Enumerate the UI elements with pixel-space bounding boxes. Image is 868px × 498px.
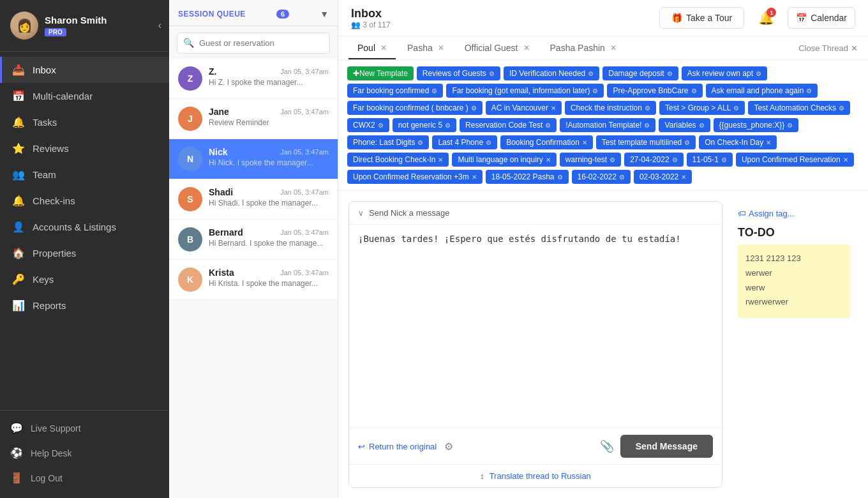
template-reviews-guests[interactable]: Reviews of Guests⚙ xyxy=(417,66,500,80)
queue-header: SESSION QUEUE 6 ▼ xyxy=(169,0,338,26)
sidebar-label-keys: Keys xyxy=(33,274,54,285)
x-icon: ✕ xyxy=(766,139,771,146)
gear-icon: ⚙ xyxy=(592,87,598,94)
template-18-05-2022[interactable]: 18-05-2022 Pasha⚙ xyxy=(486,170,569,184)
template-far-booking-email[interactable]: Far booking (got email, information late… xyxy=(446,84,604,98)
tab-close-pasha-pashin[interactable]: ✕ xyxy=(610,43,617,52)
template-test-group-all[interactable]: Test > Group > ALL⚙ xyxy=(659,101,745,115)
compose-header: ∨ Send Nick a message xyxy=(349,202,722,225)
queue-item-krista[interactable]: K Krista Jan 05, 3:47am Hi Krista. I spo… xyxy=(169,260,338,300)
queue-item-z[interactable]: Z Z. Jan 05, 3:47am Hi Z. I spoke the ma… xyxy=(169,59,338,99)
template-check-instruction[interactable]: Check the instruction⚙ xyxy=(565,101,656,115)
live-support-icon: 💬 xyxy=(10,422,23,434)
queue-item-jane[interactable]: J Jane Jan 05, 3:47am Review Reminder xyxy=(169,99,338,139)
sidebar-item-multi-calendar[interactable]: 📅 Multi-calendar xyxy=(0,83,169,109)
sidebar-item-keys[interactable]: 🔑 Keys xyxy=(0,266,169,292)
compose-textarea[interactable]: ¡Buenas tardes! ¡Espero que estés disfru… xyxy=(349,225,722,428)
template-upon-confirmed-3m[interactable]: Upon Confirmed Reservation +3m✕ xyxy=(347,170,483,184)
translate-bar[interactable]: ↕ Translate thread to Russian xyxy=(349,464,722,487)
close-thread-icon: ✕ xyxy=(851,43,858,53)
x-icon: ✕ xyxy=(843,156,848,163)
sidebar-item-check-ins[interactable]: 🔔 Check-ins xyxy=(0,188,169,214)
template-direct-booking-checkin[interactable]: Direct Booking Check-In✕ xyxy=(347,153,449,167)
qi-preview-nick: Hi Nick. I spoke the manager... xyxy=(209,158,329,167)
sidebar-item-reviews[interactable]: ⭐ Reviews xyxy=(0,135,169,162)
template-test-automation[interactable]: Test Automation Checks⚙ xyxy=(748,101,850,115)
queue-chevron-icon[interactable]: ▼ xyxy=(320,9,329,19)
template-guests-phone[interactable]: {{guests_phone:X}}⚙ xyxy=(714,118,799,132)
sidebar-item-accounts-listings[interactable]: 👤 Accounts & Listings xyxy=(0,214,169,240)
settings-icon[interactable]: ⚙ xyxy=(444,441,453,453)
queue-item-shadi[interactable]: S Shadi Jan 05, 3:47am Hi Shadi. I spoke… xyxy=(169,179,338,220)
template-booking-confirmation[interactable]: Booking Confirmation✕ xyxy=(500,135,593,149)
template-on-check-in-day[interactable]: On Check-In Day✕ xyxy=(699,135,777,149)
queue-list: Z Z. Jan 05, 3:47am Hi Z. I spoke the ma… xyxy=(169,59,338,498)
new-template-tag[interactable]: ✚New Template xyxy=(347,66,414,80)
template-cwx2[interactable]: CWX2⚙ xyxy=(347,118,389,132)
template-not-generic-5[interactable]: not generic 5⚙ xyxy=(393,118,456,132)
sidebar-item-tasks[interactable]: 🔔 Tasks xyxy=(0,109,169,135)
sidebar-item-help-desk[interactable]: ⚽ Help Desk xyxy=(0,441,169,465)
x-icon: ✕ xyxy=(681,174,686,181)
template-far-booking-confirmed[interactable]: Far booking confirmed⚙ xyxy=(347,84,443,98)
gear-icon: ⚙ xyxy=(545,122,551,129)
sidebar-item-properties[interactable]: 🏠 Properties xyxy=(0,240,169,266)
notification-button[interactable]: 🔔 1 xyxy=(754,6,777,29)
gear-icon: ⚙ xyxy=(839,105,844,112)
template-reservation-code[interactable]: Reservation Code Test⚙ xyxy=(460,118,557,132)
calendar-icon: 📅 xyxy=(796,13,807,23)
todo-line-3: werw xyxy=(745,282,842,295)
tab-official-guest[interactable]: Official Guest ✕ xyxy=(456,36,539,59)
tab-poul[interactable]: Poul ✕ xyxy=(348,36,396,59)
take-tour-button[interactable]: 🎁 Take a Tour xyxy=(659,7,744,29)
template-id-verification[interactable]: ID Verification Needed⚙ xyxy=(504,66,599,80)
template-far-booking-bnbcare[interactable]: Far booking confirmed ( bnbcare )⚙ xyxy=(347,101,483,115)
template-ask-review-own-apt[interactable]: Ask review own apt⚙ xyxy=(682,66,767,80)
queue-item-nick[interactable]: N Nick Jan 05, 3:47am Hi Nick. I spoke t… xyxy=(169,139,338,179)
template-upon-confirmed[interactable]: Upon Confirmed Reservation✕ xyxy=(736,153,854,167)
close-thread-button[interactable]: Close Thread ✕ xyxy=(798,43,858,53)
assign-tag-button[interactable]: 🏷 Assign tag... xyxy=(738,209,850,218)
collapse-icon[interactable]: ‹ xyxy=(158,20,161,31)
template-automation-template[interactable]: !Automation Template!⚙ xyxy=(560,118,655,132)
sidebar-item-inbox[interactable]: 📥 Inbox xyxy=(0,57,169,83)
tab-close-official-guest[interactable]: ✕ xyxy=(523,43,530,52)
template-02-03-2022[interactable]: 02-03-2022✕ xyxy=(634,170,692,184)
template-phone-last-digits[interactable]: Phone: Last Digits⚙ xyxy=(347,135,429,149)
qi-avatar-nick: N xyxy=(178,147,202,171)
calendar-button[interactable]: 📅 Calendar xyxy=(788,7,855,29)
template-multi-language[interactable]: Multi language on inquiry✕ xyxy=(452,153,556,167)
return-original-button[interactable]: ↩ Return the original xyxy=(358,442,437,451)
qi-name-nick: Nick xyxy=(209,147,228,157)
queue-count: 6 xyxy=(276,10,289,19)
tab-close-pasha[interactable]: ✕ xyxy=(438,43,444,52)
chat-area: Inbox 👥 3 of 117 🎁 Take a Tour 🔔 1 📅 Cal… xyxy=(338,0,868,498)
x-icon: ✕ xyxy=(582,139,587,146)
sidebar-item-reports[interactable]: 📊 Reports xyxy=(0,292,169,319)
paperclip-icon[interactable]: 📎 xyxy=(600,439,614,453)
tab-pasha[interactable]: Pasha ✕ xyxy=(398,36,453,59)
template-last-4-phone[interactable]: Last 4 Phone⚙ xyxy=(432,135,497,149)
gear-icon: ⚙ xyxy=(378,122,384,129)
template-ask-email-phone[interactable]: Ask email and phone again⚙ xyxy=(706,84,818,98)
tab-pasha-pashin[interactable]: Pasha Pashin ✕ xyxy=(541,36,625,59)
template-test-multilined[interactable]: Test template multilined⚙ xyxy=(596,135,696,149)
qi-name-krista: Krista xyxy=(209,268,234,278)
sidebar-item-live-support[interactable]: 💬 Live Support xyxy=(0,416,169,441)
tab-close-poul[interactable]: ✕ xyxy=(380,43,387,52)
queue-item-bernard[interactable]: B Bernard Jan 05, 3:47am Hi Bernard. I s… xyxy=(169,220,338,260)
search-input[interactable] xyxy=(177,33,330,54)
template-variables[interactable]: Variables⚙ xyxy=(659,118,710,132)
template-ac-vancouver[interactable]: AC in Vancouver✕ xyxy=(486,101,562,115)
sidebar: 👩 Sharon Smith PRO ‹ 📥 Inbox 📅 Multi-cal… xyxy=(0,0,169,498)
template-pre-approve-bnbcare[interactable]: Pre-Approve BnbCare⚙ xyxy=(607,84,702,98)
send-message-button[interactable]: Send Message xyxy=(620,435,713,458)
template-11-05-1[interactable]: 11-05-1⚙ xyxy=(687,153,733,167)
sidebar-label-log-out: Log Out xyxy=(31,473,63,483)
template-damage-deposit[interactable]: Damage deposit⚙ xyxy=(602,66,678,80)
template-27-04-2022[interactable]: 27-04-2022⚙ xyxy=(624,153,683,167)
sidebar-item-team[interactable]: 👥 Team xyxy=(0,162,169,188)
template-warning-test[interactable]: warning-test⚙ xyxy=(560,153,621,167)
template-16-02-2022[interactable]: 16-02-2022⚙ xyxy=(572,170,631,184)
sidebar-item-log-out[interactable]: 🚪 Log Out xyxy=(0,465,169,490)
